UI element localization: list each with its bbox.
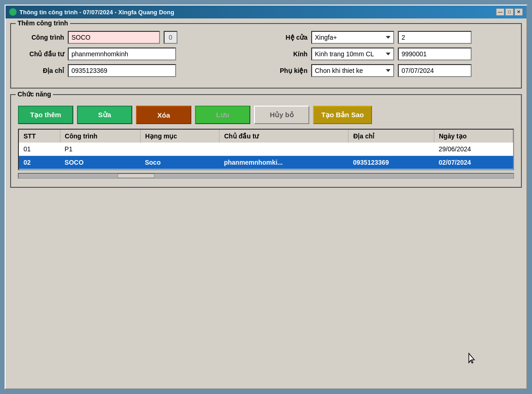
cell-cong-trinh: P1 <box>60 143 140 156</box>
cursor-icon <box>467 352 478 364</box>
close-button[interactable]: ✕ <box>514 8 523 16</box>
col-stt: STT <box>19 130 60 143</box>
table-header-row: STT Công trình Hạng mục Chủ đầu tư Địa c… <box>19 130 513 143</box>
form-columns: Công trình Chủ đầu tư Địa chỉ <box>18 31 514 81</box>
kinh-row: Kính Kinh trang 10mm CL Kinh trang 8mm <box>271 48 514 60</box>
cong-trinh-label: Công trình <box>18 34 64 41</box>
cell-chu-dau-tu <box>219 143 349 156</box>
xoa-button[interactable]: Xóa <box>136 106 191 124</box>
right-section: Hệ cửa Xingfa+ Xingfa Standard Xingfa Pr… <box>271 31 514 81</box>
he-cua-extra-input[interactable] <box>398 31 472 44</box>
app-icon <box>9 8 17 16</box>
phu-kien-row: Phụ kiện Chon khi thiet ke Option 2 <box>271 64 514 77</box>
col-dia-chi: Địa chỉ <box>349 130 434 143</box>
he-cua-select[interactable]: Xingfa+ Xingfa Standard Xingfa Premium <box>311 31 394 44</box>
cell-hang-muc: Soco <box>140 156 219 169</box>
table-header: STT Công trình Hạng mục Chủ đầu tư Địa c… <box>19 130 513 143</box>
cell-dia-chi: 0935123369 <box>349 156 434 169</box>
cell-ngay-tao: 29/06/2024 <box>434 143 513 156</box>
titlebar-left: Thông tin công trình - 07/07/2024 - Xing… <box>9 8 174 16</box>
titlebar-controls: — □ ✕ <box>496 8 523 16</box>
cell-ngay-tao: 02/07/2024 <box>434 156 513 169</box>
scrollbar-thumb[interactable] <box>118 173 154 178</box>
phu-kien-date-input[interactable] <box>398 64 472 77</box>
chuc-nang-group: Chức năng Tạo thêm Sửa Xóa Lưu Hủy bỏ Tạ… <box>10 94 522 188</box>
dia-chi-row: Địa chỉ <box>18 64 261 77</box>
col-chu-dau-tu: Chủ đầu tư <box>219 130 349 143</box>
cell-stt: 02 <box>19 156 60 169</box>
he-cua-row: Hệ cửa Xingfa+ Xingfa Standard Xingfa Pr… <box>271 31 514 44</box>
col-ngay-tao: Ngày tạo <box>434 130 513 143</box>
col-hang-muc: Hạng mục <box>140 130 219 143</box>
cong-trinh-input[interactable] <box>68 31 160 44</box>
huy-bo-button[interactable]: Hủy bỏ <box>254 106 309 124</box>
kinh-label: Kính <box>271 50 307 58</box>
cong-trinh-num[interactable] <box>164 31 177 44</box>
window-title: Thông tin công trình - 07/07/2024 - Xing… <box>19 9 174 16</box>
buttons-row: Tạo thêm Sửa Xóa Lưu Hủy bỏ Tạo Bản Sao <box>18 106 514 124</box>
he-cua-label: Hệ cửa <box>271 34 307 41</box>
chuc-nang-label: Chức năng <box>16 90 53 98</box>
sua-button[interactable]: Sửa <box>77 106 132 124</box>
phu-kien-select[interactable]: Chon khi thiet ke Option 2 <box>311 64 394 77</box>
cong-trinh-row: Công trình <box>18 31 261 44</box>
cell-chu-dau-tu: phanmemnhomki... <box>219 156 349 169</box>
them-cong-trinh-label: Thêm công trình <box>16 19 70 27</box>
phu-kien-label: Phụ kiện <box>271 67 307 74</box>
chu-dau-tu-input[interactable] <box>68 48 176 60</box>
cell-cong-trinh: SOCO <box>60 156 140 169</box>
cell-dia-chi <box>349 143 434 156</box>
table-body: 01 P1 29/06/2024 02 SOCO Soco phanmemnho… <box>19 143 513 169</box>
minimize-button[interactable]: — <box>496 8 504 16</box>
horizontal-scrollbar[interactable] <box>18 173 514 182</box>
main-window: Thông tin công trình - 07/07/2024 - Xing… <box>5 5 527 389</box>
kinh-extra-input[interactable] <box>398 48 472 60</box>
titlebar: Thông tin công trình - 07/07/2024 - Xing… <box>6 6 526 18</box>
maximize-button[interactable]: □ <box>505 8 514 16</box>
cell-stt: 01 <box>19 143 60 156</box>
tao-them-button[interactable]: Tạo thêm <box>18 106 73 124</box>
table-row[interactable]: 02 SOCO Soco phanmemnhomki... 0935123369… <box>19 156 513 169</box>
window-content: Thêm công trình Công trình Chủ đầu tư <box>6 18 526 198</box>
luu-button[interactable]: Lưu <box>195 106 250 124</box>
data-table-container: STT Công trình Hạng mục Chủ đầu tư Địa c… <box>18 129 514 170</box>
kinh-select[interactable]: Kinh trang 10mm CL Kinh trang 8mm <box>311 48 394 60</box>
chu-dau-tu-row: Chủ đầu tư <box>18 48 261 60</box>
col-cong-trinh: Công trình <box>60 130 140 143</box>
left-section: Công trình Chủ đầu tư Địa chỉ <box>18 31 261 81</box>
cell-hang-muc <box>140 143 219 156</box>
chu-dau-tu-label: Chủ đầu tư <box>18 50 64 58</box>
dia-chi-label: Địa chỉ <box>18 67 64 74</box>
table-row[interactable]: 01 P1 29/06/2024 <box>19 143 513 156</box>
dia-chi-input[interactable] <box>68 64 176 77</box>
data-table: STT Công trình Hạng mục Chủ đầu tư Địa c… <box>19 130 513 169</box>
tao-ban-sao-button[interactable]: Tạo Bản Sao <box>313 106 372 124</box>
them-cong-trinh-group: Thêm công trình Công trình Chủ đầu tư <box>10 23 522 89</box>
